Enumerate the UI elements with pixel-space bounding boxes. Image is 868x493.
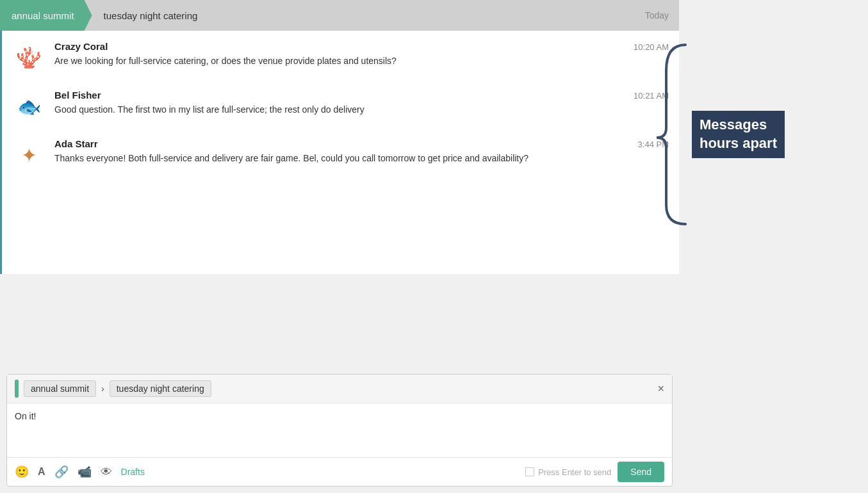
eye-icon[interactable]: 👁 bbox=[101, 465, 112, 479]
emoji-icon[interactable]: 🙂 bbox=[15, 465, 29, 479]
video-icon[interactable]: 📹 bbox=[78, 465, 92, 479]
sender-name-1: Crazy Coral bbox=[54, 41, 108, 52]
message-content-2: Bel Fisher 10:21 AM Good question. The f… bbox=[54, 90, 669, 117]
fish-icon: 🐟 bbox=[17, 95, 41, 118]
message-header-2: Bel Fisher 10:21 AM bbox=[54, 90, 669, 101]
message-text-1: Are we looking for full-service catering… bbox=[54, 54, 669, 68]
messages-area: 🪸 Crazy Coral 10:20 AM Are we looking fo… bbox=[0, 31, 679, 274]
table-row: 🐟 Bel Fisher 10:21 AM Good question. The… bbox=[12, 90, 669, 123]
chat-container: annual summit tuesday night catering Tod… bbox=[0, 0, 679, 274]
chat-header: annual summit tuesday night catering Tod… bbox=[0, 0, 679, 31]
compose-container: annual summit › tuesday night catering ×… bbox=[6, 374, 673, 487]
breadcrumb-child: tuesday night catering bbox=[92, 4, 209, 28]
annotation-label: Messages hours apart bbox=[692, 111, 785, 158]
breadcrumb-parent[interactable]: annual summit bbox=[0, 0, 92, 31]
avatar-ada-starr: ✦ bbox=[12, 138, 45, 172]
press-enter-label: Press Enter to send bbox=[525, 467, 611, 477]
text-format-icon[interactable]: A bbox=[38, 466, 45, 478]
coral-icon: 🪸 bbox=[16, 45, 42, 70]
message-content-3: Ada Starr 3:44 PM Thanks everyone! Both … bbox=[54, 138, 669, 165]
message-text-2: Good question. The first two in my list … bbox=[54, 103, 669, 117]
starfish-icon: ✦ bbox=[21, 144, 37, 166]
child-channel-label: tuesday night catering bbox=[104, 10, 198, 21]
table-row: ✦ Ada Starr 3:44 PM Thanks everyone! Bot… bbox=[12, 138, 669, 172]
send-button[interactable]: Send bbox=[618, 462, 664, 482]
message-header-1: Crazy Coral 10:20 AM bbox=[54, 41, 669, 52]
annotation-line2: hours apart bbox=[700, 134, 777, 153]
avatar-bel-fisher: 🐟 bbox=[12, 90, 45, 123]
message-text-3: Thanks everyone! Both full-service and d… bbox=[54, 152, 669, 165]
attachment-icon[interactable]: 🔗 bbox=[54, 465, 69, 479]
message-header-3: Ada Starr 3:44 PM bbox=[54, 138, 669, 149]
close-icon[interactable]: × bbox=[657, 383, 664, 394]
header-date: Today bbox=[645, 10, 679, 20]
drafts-link[interactable]: Drafts bbox=[121, 467, 145, 477]
avatar-crazy-coral: 🪸 bbox=[12, 41, 45, 74]
sender-name-2: Bel Fisher bbox=[54, 90, 101, 101]
chevron-right-icon: › bbox=[101, 384, 104, 394]
parent-channel-label: annual summit bbox=[12, 10, 74, 21]
table-row: 🪸 Crazy Coral 10:20 AM Are we looking fo… bbox=[12, 41, 669, 74]
sender-name-3: Ada Starr bbox=[54, 138, 98, 149]
message-content-1: Crazy Coral 10:20 AM Are we looking for … bbox=[54, 41, 669, 68]
press-enter-text: Press Enter to send bbox=[538, 467, 611, 477]
press-enter-checkbox[interactable] bbox=[525, 467, 534, 476]
compose-child-label: tuesday night catering bbox=[110, 380, 211, 397]
compose-toolbar: 🙂 A 🔗 📹 👁 Drafts Press Enter to send Sen… bbox=[7, 457, 672, 486]
bracket-icon bbox=[653, 38, 692, 230]
compose-tag-icon bbox=[15, 380, 19, 398]
annotation-line1: Messages bbox=[700, 116, 777, 134]
bracket-annotation: Messages hours apart bbox=[653, 38, 785, 230]
compose-textarea[interactable]: On it! bbox=[7, 403, 672, 455]
compose-parent-label: annual summit bbox=[24, 380, 96, 397]
compose-header: annual summit › tuesday night catering × bbox=[7, 375, 672, 403]
